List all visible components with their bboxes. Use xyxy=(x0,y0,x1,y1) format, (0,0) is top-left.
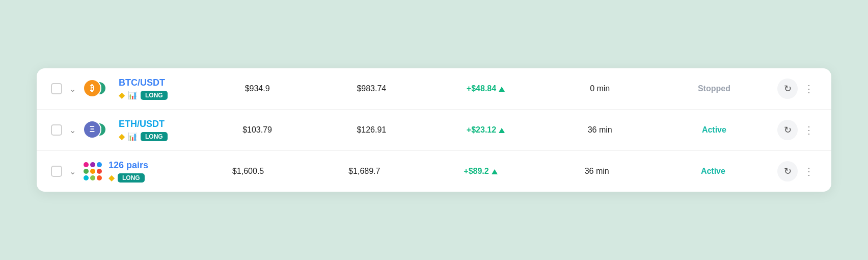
status-badge: Active xyxy=(657,125,771,135)
more-options-button[interactable]: ⋮ xyxy=(801,122,817,138)
profit-up-icon xyxy=(492,169,498,174)
trading-pairs-card: ⌄ ₿ ₮ BTC/USDT ◆ 📊 LONG $934.9 $983.74 +… xyxy=(37,68,831,192)
refresh-button[interactable]: ↻ xyxy=(777,120,798,140)
invested-value: $103.79 xyxy=(200,125,314,135)
coin-dot xyxy=(84,175,89,180)
chevron-down-icon[interactable]: ⌄ xyxy=(69,125,76,135)
pair-info: ETH/USDT ◆ 📊 LONG xyxy=(119,119,200,141)
row-checkbox[interactable] xyxy=(51,124,62,136)
row-checkbox[interactable] xyxy=(51,166,62,177)
coin-dot xyxy=(97,162,102,167)
pair-name: BTC/USDT xyxy=(119,77,200,88)
coin-pair-icons: ₿ ₮ xyxy=(83,79,113,98)
long-badge: LONG xyxy=(141,132,168,141)
long-badge: LONG xyxy=(118,173,145,183)
binance-icon: ◆ xyxy=(108,173,115,183)
time-value: 0 min xyxy=(543,84,657,93)
coin-dot xyxy=(84,162,89,167)
pair-name: 126 pairs xyxy=(108,160,190,171)
binance-icon: ◆ xyxy=(119,132,125,141)
status-badge: Active xyxy=(655,167,771,176)
coin-dot xyxy=(90,169,95,174)
current-value: $1,689.7 xyxy=(306,167,422,176)
more-options-button[interactable]: ⋮ xyxy=(801,81,817,97)
refresh-button[interactable]: ↻ xyxy=(777,79,798,99)
pair-name: ETH/USDT xyxy=(119,119,200,129)
table-row: ⌄ Ξ ₮ ETH/USDT ◆ 📊 LONG $103.79 $126.91 … xyxy=(37,110,831,151)
status-badge: Stopped xyxy=(657,84,771,93)
multi-coin-grid xyxy=(83,162,102,181)
profit-value: +$89.2 xyxy=(422,167,538,176)
pair-badges: ◆ 📊 LONG xyxy=(119,90,200,100)
coin-dot xyxy=(97,175,102,180)
coin-a-icon: Ξ xyxy=(83,120,101,139)
binance-icon: ◆ xyxy=(119,90,125,100)
long-badge: LONG xyxy=(141,91,168,100)
more-options-button[interactable]: ⋮ xyxy=(801,163,817,179)
coin-dot xyxy=(97,169,102,174)
pair-info: 126 pairs ◆ LONG xyxy=(108,160,190,183)
chevron-down-icon[interactable]: ⌄ xyxy=(69,84,76,94)
coin-a-icon: ₿ xyxy=(83,79,101,97)
profit-value: +$48.84 xyxy=(428,84,542,93)
table-row: ⌄ ₿ ₮ BTC/USDT ◆ 📊 LONG $934.9 $983.74 +… xyxy=(37,68,831,110)
coin-dot xyxy=(84,169,89,174)
coin-dot xyxy=(90,175,95,180)
pair-info: BTC/USDT ◆ 📊 LONG xyxy=(119,77,200,100)
chart-icon: 📊 xyxy=(128,132,138,141)
time-value: 36 min xyxy=(539,167,655,176)
time-value: 36 min xyxy=(543,125,657,135)
coin-dot xyxy=(90,162,95,167)
pair-badges: ◆ LONG xyxy=(108,173,190,183)
invested-value: $934.9 xyxy=(200,84,314,93)
coin-pair-icons: Ξ ₮ xyxy=(83,120,113,140)
table-row: ⌄ 126 pairs ◆ LONG $1,600.5 $1,689.7 +$8… xyxy=(37,151,831,192)
chart-icon: 📊 xyxy=(128,91,138,100)
chevron-down-icon[interactable]: ⌄ xyxy=(69,167,76,176)
profit-up-icon xyxy=(499,128,505,133)
invested-value: $1,600.5 xyxy=(190,167,306,176)
profit-up-icon xyxy=(499,87,505,92)
row-checkbox[interactable] xyxy=(51,83,62,94)
pair-badges: ◆ 📊 LONG xyxy=(119,132,200,141)
current-value: $126.91 xyxy=(314,125,428,135)
profit-value: +$23.12 xyxy=(428,125,542,135)
refresh-button[interactable]: ↻ xyxy=(777,161,798,181)
current-value: $983.74 xyxy=(314,84,428,93)
